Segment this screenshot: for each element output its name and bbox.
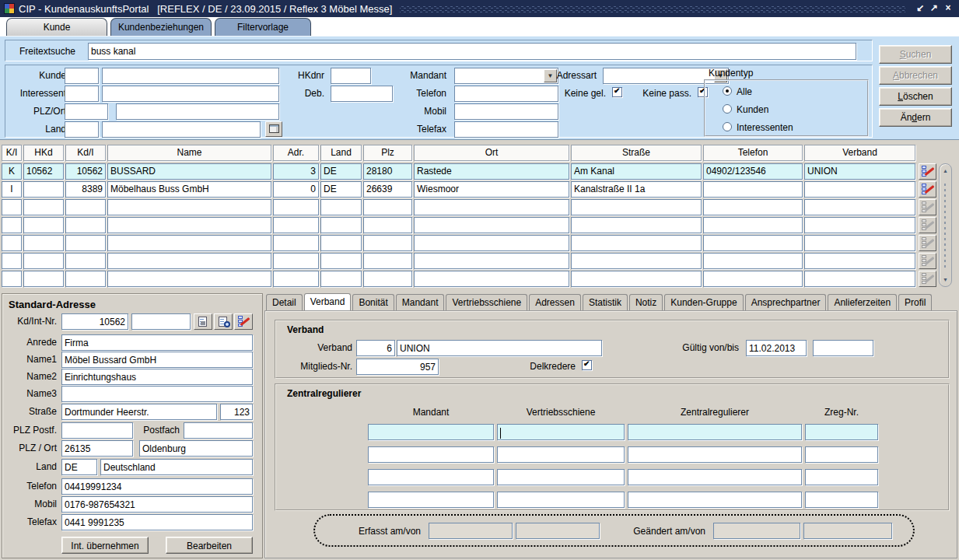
cell-name[interactable]: Möbelhaus Buss GmbH	[107, 181, 271, 198]
verband-name-field[interactable]	[397, 340, 602, 356]
zreg-nr-field[interactable]	[805, 492, 878, 508]
zreg-zentralregulierer-field[interactable]	[628, 492, 802, 508]
cell-empty[interactable]	[273, 253, 319, 269]
cell-empty[interactable]	[65, 253, 106, 269]
cell-empty[interactable]	[107, 235, 271, 251]
tab-filtervorlage[interactable]: Filtervorlage	[215, 18, 311, 36]
cell-empty[interactable]	[320, 271, 362, 287]
postfach-field[interactable]	[184, 422, 253, 439]
land-name-field[interactable]	[100, 459, 253, 475]
mobil-input[interactable]	[454, 103, 558, 120]
cell-empty[interactable]	[804, 253, 915, 269]
aendern-button[interactable]: Ändern	[879, 108, 952, 127]
scrollbar-track[interactable]	[942, 181, 949, 269]
cell-empty[interactable]	[571, 235, 702, 251]
telefax-field[interactable]	[61, 514, 253, 530]
tab-notiz[interactable]: Notiz	[629, 294, 663, 310]
cell-adr[interactable]: 3	[273, 163, 319, 180]
cell-ki[interactable]: I	[2, 181, 22, 198]
cell-empty[interactable]	[414, 199, 569, 215]
cell-empty[interactable]	[703, 271, 803, 287]
zreg-nr-field[interactable]	[805, 424, 878, 440]
land-code-field[interactable]	[61, 459, 97, 475]
anrede-field[interactable]	[61, 334, 253, 351]
zreg-nr-field[interactable]	[805, 446, 878, 463]
tab-verband[interactable]: Verband	[304, 293, 352, 310]
freitext-input[interactable]	[88, 43, 856, 60]
zreg-mandant-field[interactable]	[368, 469, 494, 485]
preview-document-button[interactable]	[214, 313, 233, 330]
cell-empty[interactable]	[571, 199, 702, 215]
cell-empty[interactable]	[363, 199, 412, 215]
delkredere-checkbox[interactable]: ✔	[582, 360, 592, 370]
cell-empty[interactable]	[107, 253, 271, 269]
zreg-zentralregulierer-field[interactable]	[628, 446, 802, 463]
cell-empty[interactable]	[23, 199, 64, 215]
hausnr-field[interactable]	[220, 404, 253, 420]
maximize-button[interactable]: ↗	[927, 2, 941, 15]
cell-empty[interactable]	[363, 271, 412, 287]
cell-empty[interactable]	[571, 271, 702, 287]
land-code-input[interactable]	[65, 121, 99, 138]
int-uebernehmen-button[interactable]: Int. übernehmen	[61, 537, 149, 554]
cell-empty[interactable]	[571, 217, 702, 233]
tab-profil[interactable]: Profil	[898, 294, 932, 310]
results-scrollbar[interactable]: ▲ ▼	[939, 163, 952, 287]
cell-kdi[interactable]: 8389	[65, 181, 106, 198]
cell-telefon[interactable]	[703, 181, 803, 198]
cell-empty[interactable]	[571, 253, 702, 269]
cell-verband[interactable]	[804, 181, 915, 198]
bearbeiten-button[interactable]: Bearbeiten	[166, 537, 253, 554]
cell-land[interactable]: DE	[320, 181, 362, 198]
cell-empty[interactable]	[107, 271, 271, 287]
ort-field[interactable]	[139, 440, 253, 457]
tab-anlieferzeiten[interactable]: Anlieferzeiten	[828, 294, 897, 310]
ort-input[interactable]	[116, 103, 279, 120]
name3-field[interactable]	[61, 386, 253, 402]
telefon-field[interactable]	[61, 478, 253, 495]
cell-empty[interactable]	[23, 253, 64, 269]
cell-kdi[interactable]: 10562	[65, 163, 106, 180]
zreg-nr-field[interactable]	[805, 469, 878, 485]
int-nr-field[interactable]	[131, 313, 191, 330]
cell-empty[interactable]	[703, 199, 803, 215]
cell-hkd[interactable]: 10562	[23, 163, 64, 180]
row-edit-button[interactable]	[919, 181, 936, 198]
cell-empty[interactable]	[65, 199, 106, 215]
cell-telefon[interactable]: 04902/123546	[703, 163, 803, 180]
cell-empty[interactable]	[273, 271, 319, 287]
zreg-mandant-field[interactable]	[368, 492, 494, 508]
land-lov-button[interactable]	[265, 121, 282, 137]
cell-empty[interactable]	[804, 235, 915, 251]
cell-empty[interactable]	[65, 235, 106, 251]
tab-detail[interactable]: Detail	[266, 294, 303, 310]
row-edit-button[interactable]	[919, 163, 936, 180]
tab-adressen[interactable]: Adressen	[529, 294, 581, 310]
cell-empty[interactable]	[703, 217, 803, 233]
cell-empty[interactable]	[320, 235, 362, 251]
mobil-field[interactable]	[61, 496, 253, 513]
cell-verband[interactable]: UNION	[804, 163, 915, 180]
list-edit-button[interactable]	[234, 313, 253, 330]
cell-empty[interactable]	[107, 199, 271, 215]
cell-ort[interactable]: Rastede	[414, 163, 569, 180]
zreg-vertriebsschiene-field[interactable]	[497, 469, 625, 485]
cell-empty[interactable]	[65, 217, 106, 233]
cell-empty[interactable]	[2, 217, 22, 233]
tab-kundenbeziehungen[interactable]: Kundenbeziehungen	[110, 18, 212, 36]
zreg-mandant-field[interactable]	[368, 446, 494, 463]
tab-kunde[interactable]: Kunde	[6, 18, 107, 36]
cell-empty[interactable]	[23, 235, 64, 251]
close-button[interactable]: ×	[941, 2, 955, 15]
verband-nr-field[interactable]	[356, 340, 395, 356]
cell-empty[interactable]	[2, 235, 22, 251]
cell-name[interactable]: BUSSARD	[107, 163, 271, 180]
cell-empty[interactable]	[804, 271, 915, 287]
tab-kunden-gruppe[interactable]: Kunden-Gruppe	[664, 294, 743, 310]
edit-document-button[interactable]	[194, 313, 212, 330]
plz-input[interactable]	[65, 103, 108, 120]
land-name-input[interactable]	[102, 121, 261, 138]
cell-empty[interactable]	[320, 253, 362, 269]
cell-empty[interactable]	[363, 217, 412, 233]
cell-empty[interactable]	[703, 253, 803, 269]
